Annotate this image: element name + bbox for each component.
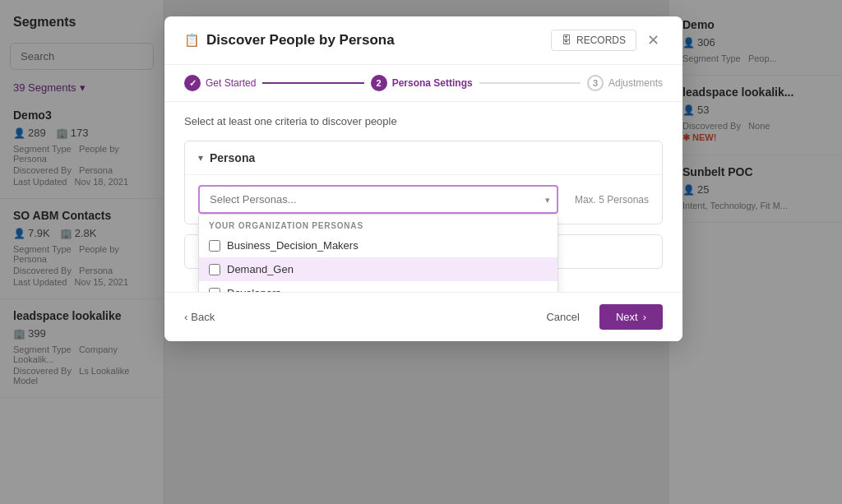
step-line-2 [479, 82, 581, 84]
step-label-1: Get Started [206, 77, 256, 89]
modal-hint: Select at least one criteria to discover… [184, 115, 663, 127]
modal-footer: ‹ Back Cancel Next › [164, 292, 682, 341]
persona-input-container: ▾ [198, 185, 558, 214]
step-label-2: Persona Settings [392, 77, 473, 89]
persona-option-developers[interactable]: Developers [199, 281, 557, 292]
modal-dialog: 📋 Discover People by Persona 🗄 RECORDS ✕… [164, 16, 682, 341]
step-label-3: Adjustments [608, 77, 663, 89]
modal-title: 📋 Discover People by Persona [184, 32, 395, 49]
persona-dropdown-wrapper: ▾ YOUR ORGANIZATION PERSONAS Business_De… [198, 185, 558, 214]
step-circle-3: 3 [587, 75, 604, 91]
persona-chevron-icon: ▾ [198, 152, 203, 164]
step-circle-1: ✓ [184, 75, 201, 91]
modal-header: 📋 Discover People by Persona 🗄 RECORDS ✕ [164, 16, 682, 65]
step-circle-2: 2 [371, 75, 387, 91]
step-adjustments: 3 Adjustments [587, 75, 663, 91]
steps-bar: ✓ Get Started 2 Persona Settings 3 Adjus… [164, 65, 682, 102]
back-button[interactable]: ‹ Back [184, 311, 215, 323]
records-button[interactable]: 🗄 RECORDS [551, 30, 636, 51]
persona-checkbox-business[interactable] [209, 240, 220, 252]
next-arrow-icon: › [643, 311, 646, 323]
back-arrow-icon: ‹ [184, 311, 187, 323]
persona-section-title: Persona [210, 151, 255, 164]
step-line-1 [262, 82, 363, 84]
dropdown-section-label: YOUR ORGANIZATION PERSONAS [199, 215, 557, 234]
persona-checkbox-demand-gen[interactable] [209, 264, 220, 275]
next-button[interactable]: Next › [599, 304, 663, 330]
persona-option-business[interactable]: Business_Decision_Makers [199, 234, 557, 257]
persona-dropdown-row: ▾ YOUR ORGANIZATION PERSONAS Business_De… [198, 185, 649, 214]
persona-max-hint: Max. 5 Personas [575, 194, 649, 206]
modal-body: Select at least one criteria to discover… [164, 102, 682, 292]
step-get-started: ✓ Get Started [184, 75, 256, 91]
persona-section: ▾ Persona ▾ YOUR ORGANIZATION PERSONAS [184, 141, 663, 224]
persona-select-input[interactable] [198, 185, 558, 214]
close-button[interactable]: ✕ [643, 30, 663, 50]
modal-title-icon: 📋 [184, 33, 200, 48]
persona-checkbox-developers[interactable] [209, 288, 220, 293]
modal-header-actions: 🗄 RECORDS ✕ [551, 30, 663, 51]
persona-option-demand-gen[interactable]: Demand_Gen Demand_Gen [199, 257, 557, 281]
database-icon: 🗄 [562, 35, 571, 46]
cancel-button[interactable]: Cancel [536, 306, 589, 328]
footer-right-actions: Cancel Next › [536, 304, 663, 330]
persona-section-header[interactable]: ▾ Persona [185, 141, 662, 174]
persona-dropdown-menu: YOUR ORGANIZATION PERSONAS Business_Deci… [198, 214, 558, 292]
step-persona-settings: 2 Persona Settings [371, 75, 473, 91]
persona-section-body: ▾ YOUR ORGANIZATION PERSONAS Business_De… [185, 174, 662, 224]
